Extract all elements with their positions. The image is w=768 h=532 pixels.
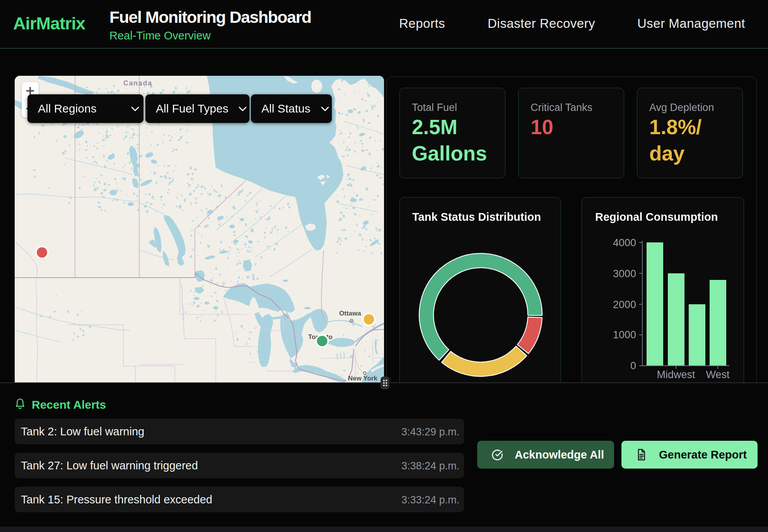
- svg-text:New York: New York: [348, 375, 377, 382]
- svg-text:4000: 4000: [613, 237, 636, 249]
- svg-text:Canada: Canada: [123, 79, 152, 87]
- svg-text:1000: 1000: [613, 329, 636, 341]
- svg-text:West: West: [706, 369, 730, 380]
- svg-text:3000: 3000: [613, 268, 636, 280]
- svg-text:0: 0: [630, 360, 636, 372]
- svg-text:2000: 2000: [613, 299, 636, 310]
- svg-text:Midwest: Midwest: [657, 369, 695, 380]
- svg-text:Ottawa: Ottawa: [339, 310, 361, 317]
